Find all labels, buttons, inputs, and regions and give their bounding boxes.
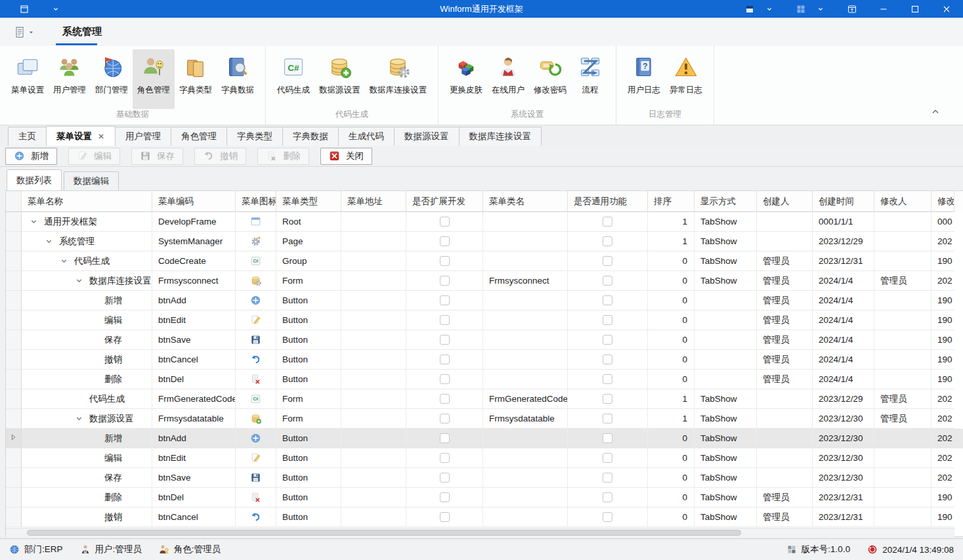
checkbox-unchecked[interactable]: [603, 512, 612, 522]
extend-dev-cell[interactable]: [406, 389, 483, 409]
modifier-cell[interactable]: [874, 448, 931, 468]
modify-time-cell[interactable]: 202: [931, 232, 954, 251]
ribbon-item-book-search[interactable]: 字典数据: [217, 49, 259, 109]
checkbox-unchecked[interactable]: [603, 335, 612, 345]
modify-time-cell[interactable]: 202: [931, 271, 954, 291]
common-func-cell[interactable]: [568, 488, 648, 507]
menu-class-cell[interactable]: [483, 488, 568, 507]
common-func-cell[interactable]: [568, 251, 648, 271]
menu-icon-cell[interactable]: C#: [236, 389, 276, 409]
extend-dev-cell[interactable]: [406, 488, 483, 507]
ribbon-item-password[interactable]: 修改密码: [529, 49, 571, 109]
menu-address-cell[interactable]: [341, 291, 406, 311]
menu-name-cell[interactable]: 数据源设置: [22, 409, 152, 429]
order-cell[interactable]: 1: [648, 232, 695, 251]
column-header[interactable]: 是否通用功能: [568, 191, 648, 212]
extend-dev-cell[interactable]: [406, 271, 483, 291]
checkbox-unchecked[interactable]: [603, 236, 612, 246]
view-tab[interactable]: 数据编辑: [64, 171, 119, 190]
menu-code-cell[interactable]: FrmGeneratedCode: [152, 389, 236, 409]
menu-icon-cell[interactable]: [236, 350, 276, 370]
create-time-cell[interactable]: 2023/12/31: [813, 251, 874, 271]
menu-icon-cell[interactable]: [236, 370, 276, 389]
table-row[interactable]: 删除btnDelButton0管理员2024/1/4190: [6, 370, 963, 389]
close-tab-icon[interactable]: ✕: [97, 132, 105, 141]
create-time-cell[interactable]: 2023/12/29: [813, 232, 874, 251]
table-row[interactable]: 系统管理SystemManagerPage1TabShow2023/12/292…: [6, 232, 963, 251]
menu-address-cell[interactable]: [341, 507, 406, 527]
order-cell[interactable]: 0: [648, 350, 695, 370]
modifier-cell[interactable]: 管理员: [874, 389, 931, 409]
menu-icon-cell[interactable]: [236, 311, 276, 330]
display-mode-cell[interactable]: [695, 330, 757, 350]
menu-name-cell[interactable]: 数据库连接设置: [22, 271, 152, 291]
ribbon-tab-system-manage[interactable]: 系统管理: [56, 23, 108, 41]
create-time-cell[interactable]: 2024/1/4: [813, 291, 874, 311]
menu-code-cell[interactable]: btnCancel: [152, 507, 236, 527]
menu-class-cell[interactable]: [483, 232, 568, 251]
display-mode-cell[interactable]: TabShow: [695, 251, 757, 271]
menu-code-cell[interactable]: SystemManager: [152, 232, 236, 251]
menu-type-cell[interactable]: Button: [276, 311, 341, 330]
creator-cell[interactable]: 管理员: [757, 271, 813, 291]
ribbon-item-role-mask[interactable]: 角色管理: [133, 49, 175, 109]
menu-address-cell[interactable]: [341, 311, 406, 330]
create-time-cell[interactable]: 2023/12/30: [813, 468, 874, 488]
menu-code-cell[interactable]: DevelopFrame: [152, 212, 236, 232]
checkbox-unchecked[interactable]: [603, 217, 612, 226]
menu-class-cell[interactable]: [483, 507, 568, 527]
menu-class-cell[interactable]: [483, 311, 568, 330]
checkbox-unchecked[interactable]: [440, 433, 450, 443]
order-cell[interactable]: 0: [648, 370, 695, 389]
menu-name-cell[interactable]: 编辑: [22, 311, 152, 330]
display-mode-cell[interactable]: TabShow: [695, 507, 757, 527]
maximize-button[interactable]: [905, 0, 925, 18]
expand-chevron-icon[interactable]: [60, 257, 74, 266]
checkbox-unchecked[interactable]: [603, 374, 612, 384]
application-menu-button[interactable]: [13, 24, 37, 41]
creator-cell[interactable]: [757, 429, 813, 448]
common-func-cell[interactable]: [568, 507, 648, 527]
display-mode-cell[interactable]: TabShow: [695, 271, 757, 291]
menu-code-cell[interactable]: btnSave: [152, 468, 236, 488]
creator-cell[interactable]: 管理员: [757, 311, 813, 330]
ribbon-display-options-icon[interactable]: [842, 0, 862, 18]
menu-class-cell[interactable]: [483, 468, 568, 488]
menu-type-cell[interactable]: Page: [276, 232, 341, 251]
menu-icon-cell[interactable]: [236, 330, 276, 350]
creator-cell[interactable]: 管理员: [757, 291, 813, 311]
minimize-button[interactable]: [874, 0, 893, 18]
table-row[interactable]: 撤销btnCancelButton0TabShow管理员2023/12/3119…: [6, 507, 963, 527]
display-mode-cell[interactable]: [695, 291, 757, 311]
menu-icon-cell[interactable]: [236, 409, 276, 429]
modify-time-cell[interactable]: 190: [931, 330, 954, 350]
menu-address-cell[interactable]: [341, 271, 406, 291]
checkbox-unchecked[interactable]: [603, 295, 612, 305]
modify-time-cell[interactable]: 190: [931, 311, 954, 330]
menu-address-cell[interactable]: [341, 251, 406, 271]
create-time-cell[interactable]: 2024/1/4: [813, 370, 874, 389]
checkbox-unchecked[interactable]: [440, 492, 450, 502]
display-mode-cell[interactable]: TabShow: [695, 409, 757, 429]
menu-type-cell[interactable]: Group: [276, 251, 341, 271]
tab-overflow-button[interactable]: …: [938, 2, 955, 16]
order-cell[interactable]: 0: [648, 468, 695, 488]
menu-class-cell[interactable]: [483, 251, 568, 271]
modify-time-cell[interactable]: 190: [931, 507, 954, 527]
menu-icon-cell[interactable]: [236, 291, 276, 311]
ribbon-item-db-gear[interactable]: 数据库连接设置: [365, 49, 432, 109]
common-func-cell[interactable]: [568, 409, 648, 429]
menu-code-cell[interactable]: btnAdd: [152, 291, 236, 311]
creator-cell[interactable]: [757, 448, 813, 468]
menu-type-cell[interactable]: Button: [276, 468, 341, 488]
column-header[interactable]: 创建时间: [813, 191, 874, 212]
menu-code-cell[interactable]: btnAdd: [152, 429, 236, 448]
checkbox-unchecked[interactable]: [603, 315, 612, 325]
document-tab[interactable]: 数据源设置: [394, 127, 460, 146]
table-row[interactable]: 保存btnSaveButton0管理员2024/1/4190: [6, 330, 963, 350]
checkbox-unchecked[interactable]: [440, 217, 450, 226]
modifier-cell[interactable]: [874, 251, 931, 271]
order-cell[interactable]: 0: [648, 311, 695, 330]
extend-dev-cell[interactable]: [406, 429, 483, 448]
ribbon-item-flow[interactable]: 流程: [571, 49, 609, 109]
